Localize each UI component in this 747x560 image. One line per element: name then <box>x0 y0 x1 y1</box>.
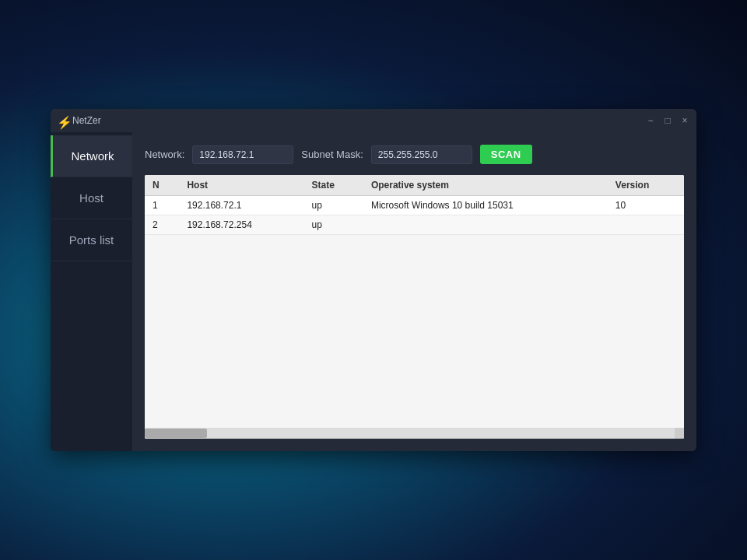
window-body: Network Host Ports list Network: Subnet … <box>51 132 696 451</box>
sidebar-item-network[interactable]: Network <box>51 135 132 177</box>
table-scroll[interactable]: N Host State Operative system Version 1 … <box>145 175 684 428</box>
cell-state: up <box>304 215 363 235</box>
cell-os: Microsoft Windows 10 build 15031 <box>363 196 608 215</box>
scrollbar-corner <box>675 428 684 439</box>
table-container: N Host State Operative system Version 1 … <box>145 175 684 439</box>
cell-state: up <box>304 196 363 215</box>
cell-os <box>363 215 608 235</box>
col-n: N <box>145 175 179 196</box>
network-label: Network: <box>145 149 184 160</box>
scan-button[interactable]: SCAN <box>480 145 532 164</box>
title-bar-left: ⚡ NetZer <box>57 115 101 126</box>
app-title: NetZer <box>72 115 101 126</box>
toolbar: Network: Subnet Mask: SCAN <box>145 145 684 164</box>
cell-n: 1 <box>145 196 179 215</box>
subnet-input[interactable] <box>371 145 472 164</box>
table-header-row: N Host State Operative system Version <box>145 175 684 196</box>
cell-version: 10 <box>608 196 684 215</box>
main-content: Network: Subnet Mask: SCAN N Host State <box>132 132 696 451</box>
cell-n: 2 <box>145 215 179 235</box>
window-controls: − □ × <box>645 115 690 126</box>
col-os: Operative system <box>363 175 608 196</box>
col-host: Host <box>179 175 303 196</box>
table-row[interactable]: 1 192.168.72.1 up Microsoft Windows 10 b… <box>145 196 684 215</box>
cell-version <box>608 215 684 235</box>
results-table: N Host State Operative system Version 1 … <box>145 175 684 235</box>
cell-host: 192.168.72.254 <box>179 215 303 235</box>
close-button[interactable]: × <box>679 115 690 126</box>
minimize-button[interactable]: − <box>645 115 656 126</box>
title-bar: ⚡ NetZer − □ × <box>51 109 696 132</box>
network-input[interactable] <box>192 145 293 164</box>
sidebar-item-host[interactable]: Host <box>51 177 132 219</box>
maximize-button[interactable]: □ <box>662 115 673 126</box>
sidebar-item-ports-list[interactable]: Ports list <box>51 219 132 261</box>
cell-host: 192.168.72.1 <box>179 196 303 215</box>
col-state: State <box>304 175 363 196</box>
sidebar: Network Host Ports list <box>51 132 132 451</box>
col-version: Version <box>608 175 684 196</box>
table-row[interactable]: 2 192.168.72.254 up <box>145 215 684 235</box>
scrollbar-x-thumb <box>145 429 207 438</box>
app-icon: ⚡ <box>57 115 68 126</box>
main-window: ⚡ NetZer − □ × Network Host Ports list <box>51 109 696 451</box>
subnet-label: Subnet Mask: <box>301 149 363 160</box>
horizontal-scrollbar[interactable] <box>145 428 684 439</box>
